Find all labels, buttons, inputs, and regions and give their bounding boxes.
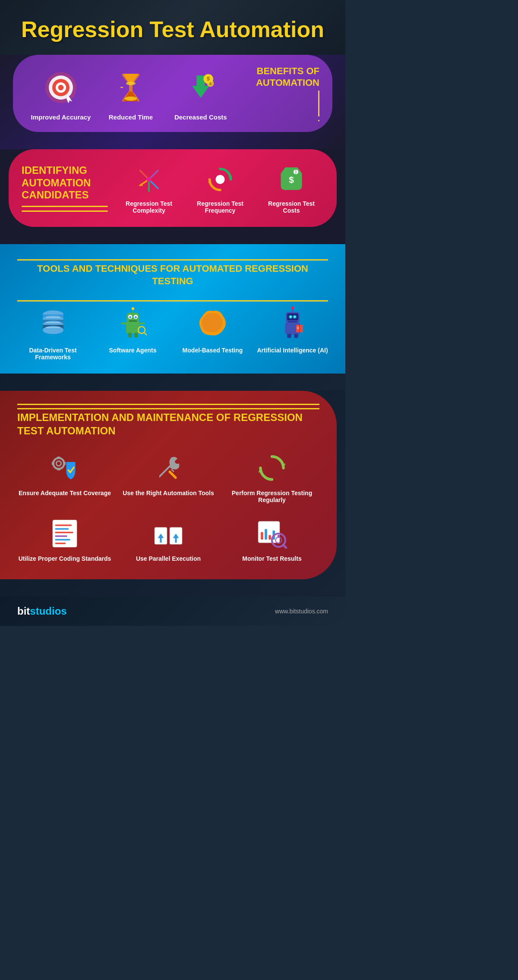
benefits-section: Improved Accuracy Reduced Time: [0, 55, 345, 149]
tool-label-data-driven: Data-Driven Test Frameworks: [17, 347, 88, 361]
tool-ai: Artificial Intelligence (AI): [257, 304, 328, 361]
svg-marker-16: [148, 188, 150, 192]
svg-point-66: [53, 458, 64, 468]
impl-item-monitor: Monitor Test Results: [224, 516, 319, 562]
footer: bitstudios www.bitstudios.com: [0, 597, 345, 626]
svg-rect-44: [121, 323, 126, 325]
svg-point-95: [278, 534, 280, 537]
identifying-section: IDENTIFYING AUTOMATION CANDIDATES: [0, 149, 345, 244]
benefit-reduced-time: Reduced Time: [96, 66, 166, 121]
svg-point-4: [58, 85, 64, 91]
wrench-icon: [153, 451, 183, 485]
impl-title: IMPLEMENTATION AND MAINTENANCE OF REGRES…: [17, 411, 319, 437]
money-down-icon: $ $: [179, 66, 222, 109]
svg-line-49: [144, 333, 146, 335]
benefits-accent-line2: [318, 120, 319, 121]
svg-point-31: [43, 326, 63, 334]
tool-model-based: Model-Based Testing: [177, 304, 248, 361]
svg-point-43: [131, 307, 134, 310]
svg-point-40: [135, 316, 137, 318]
identify-label-frequency: Regression Test Frequency: [188, 200, 253, 214]
svg-rect-90: [268, 535, 271, 540]
tools-accent-line1: [17, 259, 328, 261]
svg-rect-81: [55, 539, 70, 540]
benefits-title-area: BENEFITS OF AUTOMATION: [236, 66, 319, 121]
footer-url: www.bitstudios.com: [275, 608, 328, 615]
impl-label-parallel: Use Parallel Execution: [136, 555, 201, 562]
svg-point-56: [294, 316, 295, 317]
svg-rect-65: [294, 334, 298, 338]
svg-point-18: [146, 177, 151, 182]
svg-rect-35: [126, 321, 140, 333]
code-list-icon: [50, 516, 80, 551]
svg-rect-59: [287, 321, 297, 322]
database-icon: [36, 304, 70, 342]
svg-text:$: $: [289, 175, 294, 185]
shield-check-icon: [50, 451, 80, 485]
benefits-title: BENEFITS OF AUTOMATION: [236, 66, 319, 88]
tools-accent-line2: [17, 300, 328, 302]
identify-item-costs: $ Regression Test Costs: [259, 162, 324, 214]
svg-rect-47: [134, 333, 138, 338]
complexity-icon: [134, 162, 164, 197]
magnify-chart-icon: [257, 516, 287, 551]
svg-text:$: $: [209, 81, 212, 86]
svg-rect-46: [128, 333, 131, 338]
refresh-icon: [257, 451, 287, 485]
impl-label-monitor: Monitor Test Results: [242, 555, 301, 562]
tools-section: TOOLS AND TECHNIQUES FOR AUTOMATED REGRE…: [0, 244, 345, 391]
brand-part2: studios: [30, 605, 66, 617]
impl-item-parallel: Use Parallel Execution: [121, 516, 216, 562]
model-icon: [196, 304, 230, 342]
svg-rect-89: [265, 529, 267, 540]
benefits-accent-line: [318, 91, 319, 116]
benefit-label-time: Reduced Time: [109, 113, 153, 121]
impl-item-coding: Utilize Proper Coding Standards: [17, 516, 112, 562]
impl-item-coverage: Ensure Adequate Test Coverage: [17, 451, 112, 503]
svg-line-93: [283, 544, 287, 548]
impl-item-regular: Perform Regression Testing Regularly: [224, 451, 319, 503]
target-icon: [39, 66, 82, 109]
tool-label-ai: Artificial Intelligence (AI): [257, 347, 328, 354]
svg-rect-41: [129, 320, 137, 322]
svg-rect-88: [261, 532, 263, 540]
svg-rect-68: [57, 456, 60, 459]
robot-agent-icon: [116, 304, 150, 342]
brand: bitstudios: [17, 605, 67, 617]
page-title: Regression Test Automation: [9, 17, 337, 42]
tool-label-model: Model-Based Testing: [183, 347, 243, 354]
impl-label-regular: Perform Regression Testing Regularly: [224, 490, 319, 503]
identify-item-complexity: Regression Test Complexity: [117, 162, 181, 214]
svg-rect-52: [287, 314, 298, 320]
svg-point-6: [124, 97, 137, 101]
parallel-icon: [153, 516, 183, 551]
impl-container: IMPLEMENTATION AND MAINTENANCE OF REGRES…: [0, 391, 337, 579]
identifying-pill: IDENTIFYING AUTOMATION CANDIDATES: [9, 149, 337, 227]
implementation-section: IMPLEMENTATION AND MAINTENANCE OF REGRES…: [0, 391, 345, 596]
identify-label-complexity: Regression Test Complexity: [117, 200, 181, 214]
identify-label-costs: Regression Test Costs: [259, 200, 324, 214]
tools-title: TOOLS AND TECHNIQUES FOR AUTOMATED REGRE…: [17, 263, 328, 287]
svg-point-58: [291, 307, 294, 309]
header-section: Regression Test Automation: [0, 0, 345, 55]
svg-rect-71: [63, 462, 66, 465]
svg-point-67: [56, 461, 61, 465]
svg-rect-72: [168, 470, 177, 479]
tools-items: Data-Driven Test Frameworks: [17, 304, 328, 361]
impl-accent-line2: [17, 408, 319, 409]
tools-container: TOOLS AND TECHNIQUES FOR AUTOMATED REGRE…: [0, 244, 345, 374]
impl-grid: Ensure Adequate Test Coverage Use the Ri…: [17, 451, 319, 562]
identifying-title-area: IDENTIFYING AUTOMATION CANDIDATES: [22, 164, 108, 212]
svg-point-55: [290, 316, 291, 317]
identifying-items: Regression Test Complexity Regression T: [117, 162, 324, 214]
svg-rect-79: [55, 531, 73, 533]
identify-item-frequency: Regression Test Frequency: [188, 162, 253, 214]
svg-point-5: [126, 82, 136, 85]
benefit-decreased-costs: $ $ Decreased Costs: [166, 66, 236, 121]
svg-point-21: [216, 175, 225, 184]
tool-label-agents: Software Agents: [109, 347, 157, 354]
brand-part1: bit: [17, 605, 30, 617]
id-accent-line1: [22, 206, 108, 207]
svg-point-39: [129, 316, 131, 318]
svg-rect-78: [55, 528, 69, 530]
